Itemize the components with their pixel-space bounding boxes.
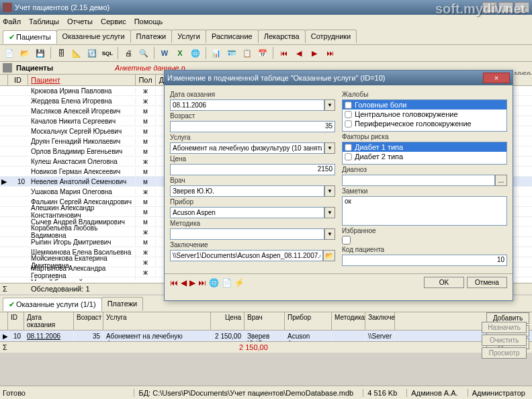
usl-dropdown-icon[interactable]: ▼ xyxy=(324,142,335,154)
nav-first-icon[interactable]: ⏮ xyxy=(170,278,178,287)
scol-price[interactable]: Цена xyxy=(211,312,245,330)
tb-open-icon[interactable]: 📂 xyxy=(18,46,32,60)
risk-list[interactable]: Диабет 1 типа Диабет 2 типа xyxy=(342,142,507,165)
subtab-payments[interactable]: Платежи xyxy=(101,297,144,310)
ok-button[interactable]: OK xyxy=(424,277,464,288)
zak-label: Заключение xyxy=(170,241,335,249)
grid-title: Пациенты xyxy=(16,64,53,72)
tb-last-icon[interactable]: ⏭ xyxy=(323,46,337,60)
scol-date[interactable]: Дата оказания xyxy=(24,312,74,330)
tb-new-icon[interactable]: 📄 xyxy=(3,46,16,60)
pid-input[interactable]: 10 xyxy=(342,255,507,266)
tab-staff[interactable]: Сотрудники xyxy=(305,30,357,43)
tb-next-icon[interactable]: ▶ xyxy=(308,46,321,60)
status-role: Администратор xyxy=(468,389,529,397)
tb-prev-icon[interactable]: ◀ xyxy=(292,46,306,60)
tab-pricelist[interactable]: Услуги xyxy=(171,30,206,43)
tb-calendar-icon[interactable]: 📅 xyxy=(256,46,269,60)
note-label: Заметки xyxy=(342,187,507,195)
status-path: C:\Users\P\Documents\Учет пациентов\Demo… xyxy=(152,389,353,397)
complaints-list[interactable]: Головные боли Центральное головокружение… xyxy=(342,99,507,132)
scol-doc[interactable]: Врач xyxy=(245,312,285,330)
tb-card-icon[interactable]: 🪪 xyxy=(225,46,238,60)
col-pol[interactable]: Пол xyxy=(136,75,156,85)
scol-dev[interactable]: Прибор xyxy=(285,312,332,330)
tb-excel-icon[interactable]: X xyxy=(173,46,187,60)
tab-payments[interactable]: Платежи xyxy=(130,30,173,43)
risk-label: Факторы риска xyxy=(342,133,507,140)
age-label: Возраст xyxy=(170,112,335,120)
nav-doc-icon[interactable]: 📄 xyxy=(222,278,232,287)
dev-dropdown-icon[interactable]: ▼ xyxy=(324,207,335,218)
nav-prev-icon[interactable]: ◀ xyxy=(181,278,187,287)
tb-word-icon[interactable]: W xyxy=(158,46,171,60)
scol-age[interactable]: Возраст xyxy=(74,312,103,330)
tab-drugs[interactable]: Лекарства xyxy=(258,30,306,43)
menu-service[interactable]: Сервис xyxy=(101,17,126,26)
assign-button[interactable]: Назначить xyxy=(482,322,527,333)
toolbar: 📄 📂 💾 🗄 📐 🔃 SQL 🖨 🔍 W X 🌐 📊 🪪 📋 📅 ⏮ ◀ ▶ … xyxy=(0,45,532,62)
diag-ellipsis-button[interactable]: ... xyxy=(495,175,507,186)
fav-label: Избранное xyxy=(342,227,507,234)
patients-icon xyxy=(3,63,12,73)
tb-preview-icon[interactable]: 🔍 xyxy=(137,46,150,60)
menu-tables[interactable]: Таблицы xyxy=(29,17,59,26)
edit-dialog: Изменение в подчиненной таблице "Оказанн… xyxy=(164,70,513,301)
date-label: Дата оказания xyxy=(170,91,335,98)
tab-schedule[interactable]: Расписание xyxy=(206,30,259,43)
menu-help[interactable]: Помощь xyxy=(134,17,163,26)
cancel-button[interactable]: Отмена xyxy=(467,277,507,288)
dialog-close-button[interactable]: × xyxy=(483,73,510,83)
doc-input[interactable] xyxy=(170,185,324,197)
tb-chart-icon[interactable]: 📊 xyxy=(210,46,223,60)
col-name[interactable]: Пациент xyxy=(28,75,136,85)
nav-last-icon[interactable]: ⏭ xyxy=(198,278,206,287)
col-id[interactable]: ID xyxy=(8,75,28,85)
diag-input[interactable] xyxy=(342,175,495,186)
tb-html-icon[interactable]: 🌐 xyxy=(189,46,202,60)
menu-file[interactable]: Файл xyxy=(3,17,21,26)
doc-dropdown-icon[interactable]: ▼ xyxy=(324,185,335,197)
pid-label: Код пациента xyxy=(342,246,507,253)
status-size: 4 516 Kb xyxy=(363,389,401,397)
view-button[interactable]: Просмотр xyxy=(482,347,527,359)
tb-print-icon[interactable]: 🖨 xyxy=(122,46,135,60)
nav-globe-icon[interactable]: 🌐 xyxy=(209,278,219,287)
tb-first-icon[interactable]: ⏮ xyxy=(277,46,290,60)
tab-services[interactable]: Оказанные услуги xyxy=(56,30,131,43)
fav-checkbox[interactable] xyxy=(342,236,351,245)
menubar: Файл Таблицы Отчеты Сервис Помощь xyxy=(0,15,532,28)
app-icon xyxy=(3,3,12,12)
dialog-titlebar[interactable]: Изменение в подчиненной таблице "Оказанн… xyxy=(165,71,513,85)
tab-patients[interactable]: ✔Пациенты xyxy=(3,30,57,44)
scol-met[interactable]: Методика xyxy=(332,312,365,330)
price-input[interactable]: 2150 xyxy=(170,164,335,175)
nav-next-icon[interactable]: ▶ xyxy=(189,278,195,287)
met-input[interactable] xyxy=(170,228,324,240)
menu-reports[interactable]: Отчеты xyxy=(67,17,93,26)
date-dropdown-icon[interactable]: ▼ xyxy=(324,99,335,111)
subtab-services[interactable]: ✔Оказанные услуги (1/1) xyxy=(3,298,102,311)
tb-db-icon[interactable]: 🗄 xyxy=(54,46,68,60)
tb-refresh-icon[interactable]: 🔃 xyxy=(85,46,99,60)
zak-input[interactable] xyxy=(170,250,323,261)
zak-browse-button[interactable]: 📂 xyxy=(323,250,335,261)
tb-design-icon[interactable]: 📐 xyxy=(70,46,83,60)
tb-sql-icon[interactable]: SQL xyxy=(101,46,114,60)
met-dropdown-icon[interactable]: ▼ xyxy=(324,228,335,240)
note-input[interactable]: ок xyxy=(342,196,507,226)
usl-input[interactable] xyxy=(170,142,324,154)
date-input[interactable] xyxy=(170,99,324,111)
status-user: Админов А.А. xyxy=(406,389,461,397)
met-label: Методика xyxy=(170,220,335,227)
scol-usl[interactable]: Услуга xyxy=(103,312,211,330)
age-input[interactable]: 35 xyxy=(170,121,335,132)
window-title: Учет пациентов (2.15 демо) xyxy=(15,3,482,11)
scol-zak[interactable]: Заключе xyxy=(365,312,395,330)
tb-doc-icon[interactable]: 📋 xyxy=(240,46,254,60)
tb-save-icon[interactable]: 💾 xyxy=(34,46,47,60)
dev-input[interactable] xyxy=(170,207,324,218)
scol-id[interactable]: ID xyxy=(8,312,24,330)
nav-bolt-icon[interactable]: ⚡ xyxy=(234,278,245,287)
clear-button[interactable]: Очистить xyxy=(482,335,527,346)
